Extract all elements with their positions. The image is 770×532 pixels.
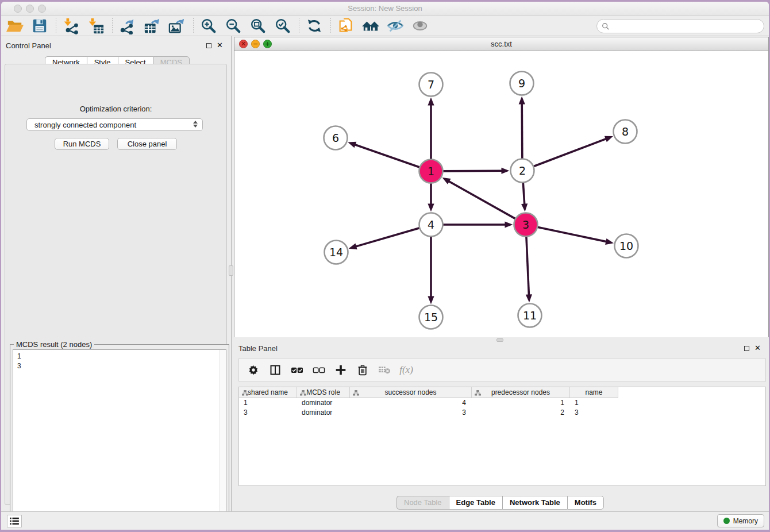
cell-shared-name[interactable]: 3 <box>239 408 297 418</box>
tab-network-table[interactable]: Network Table <box>502 496 567 510</box>
toolbar-separator <box>112 18 113 34</box>
node-table[interactable]: shared name MCDS role successor nodes pr… <box>238 387 766 486</box>
hide-graphics-icon[interactable] <box>385 17 406 35</box>
graph-edge[interactable] <box>533 138 607 167</box>
cell-shared-name[interactable]: 1 <box>239 398 297 408</box>
vertical-splitter-grip[interactable] <box>229 265 233 276</box>
app-window: Session: New Session <box>1 2 769 530</box>
float-table-panel-icon[interactable] <box>744 346 749 351</box>
network-canvas[interactable]: 1234678910111415 <box>234 52 768 337</box>
search-input[interactable] <box>613 22 756 30</box>
table-header-row: shared name MCDS role successor nodes pr… <box>239 387 765 398</box>
network-graph[interactable]: 1234678910111415 <box>234 52 768 337</box>
edge-arrowhead <box>519 96 525 104</box>
column-header-shared-name[interactable]: shared name <box>239 387 297 398</box>
column-label: shared name <box>248 388 288 396</box>
graph-edge[interactable] <box>523 182 525 205</box>
graph-edge[interactable] <box>526 236 529 296</box>
control-panel: Control Panel ✕ Network Style Select MCD… <box>1 36 232 511</box>
zoom-in-icon[interactable] <box>198 17 219 35</box>
zoom-out-icon[interactable] <box>223 17 244 35</box>
table-tabs: Node Table Edge Table Network Table Moti… <box>396 496 604 510</box>
import-table-icon[interactable] <box>86 17 106 35</box>
select-all-icon[interactable] <box>290 363 305 377</box>
search-icon <box>602 22 610 30</box>
export-table-icon[interactable] <box>142 17 163 35</box>
show-columns-icon[interactable] <box>268 363 283 377</box>
duplicate-network-icon[interactable] <box>336 17 356 35</box>
node-label: 7 <box>428 78 434 91</box>
edge-arrowhead <box>428 204 434 212</box>
add-row-icon[interactable] <box>333 363 348 377</box>
node-label: 3 <box>522 218 529 231</box>
optimization-criterion-label: Optimization criterion: <box>5 105 226 113</box>
cell-mcds-role[interactable]: dominator <box>297 398 350 408</box>
cell-predecessor-nodes[interactable]: 1 <box>472 398 570 408</box>
edge-arrowhead <box>505 221 513 228</box>
run-mcds-button[interactable]: Run MCDS <box>55 138 109 150</box>
home-view-icon[interactable] <box>360 17 381 35</box>
tab-edge-table[interactable]: Edge Table <box>449 496 502 510</box>
edge-arrowhead <box>428 98 434 106</box>
criterion-dropdown[interactable]: strongly connected component <box>26 118 203 131</box>
tree-icon <box>475 390 481 398</box>
save-session-icon[interactable] <box>29 17 50 35</box>
node-label: 6 <box>332 132 339 144</box>
cell-name[interactable]: 1 <box>570 398 618 408</box>
graph-edge[interactable] <box>448 180 515 218</box>
apply-function-icon[interactable]: f(x) <box>399 363 414 377</box>
delete-row-icon[interactable] <box>355 363 370 377</box>
column-header-successor-nodes[interactable]: successor nodes <box>350 387 472 398</box>
tree-icon <box>353 390 359 398</box>
tab-motifs[interactable]: Motifs <box>567 496 604 510</box>
tree-icon <box>242 390 248 398</box>
delete-table-icon[interactable] <box>377 363 392 377</box>
memory-button[interactable]: Memory <box>717 514 764 527</box>
edge-arrowhead <box>526 294 532 302</box>
deselect-all-icon[interactable] <box>311 363 326 377</box>
cell-successor-nodes[interactable]: 3 <box>350 408 472 418</box>
cell-name[interactable]: 3 <box>570 408 618 418</box>
graph-edge[interactable] <box>354 144 420 167</box>
edge-arrowhead <box>521 203 528 211</box>
mcds-panel-body: Optimization criterion: strongly connect… <box>5 64 227 505</box>
open-session-icon[interactable] <box>5 17 25 35</box>
table-toolbar: f(x) <box>238 358 766 382</box>
export-image-icon[interactable] <box>167 17 187 35</box>
graph-edge[interactable] <box>355 228 419 247</box>
close-panel-icon[interactable]: ✕ <box>217 41 223 49</box>
graph-edge[interactable] <box>522 102 522 159</box>
task-history-button[interactable] <box>7 515 22 527</box>
column-header-name[interactable]: name <box>570 387 618 398</box>
column-header-predecessor-nodes[interactable]: predecessor nodes <box>472 387 570 398</box>
close-table-panel-icon[interactable]: ✕ <box>754 344 761 352</box>
node-label: 9 <box>518 77 525 90</box>
show-graphics-icon[interactable] <box>410 17 430 35</box>
cell-successor-nodes[interactable]: 4 <box>350 398 472 408</box>
network-window-title: scc.txt <box>234 40 768 48</box>
cell-mcds-role[interactable]: dominator <box>297 408 350 418</box>
graph-edge[interactable] <box>442 171 503 171</box>
search-field[interactable] <box>596 19 764 33</box>
close-panel-button[interactable]: Close panel <box>117 138 177 150</box>
table-row[interactable]: 3 dominator 3 2 3 <box>239 408 765 418</box>
memory-label: Memory <box>733 517 758 525</box>
table-row[interactable]: 1 dominator 4 1 1 <box>239 398 765 408</box>
tree-icon <box>300 390 306 398</box>
graph-edge[interactable] <box>537 227 607 242</box>
edge-arrowhead <box>348 142 356 148</box>
control-panel-header: Control Panel ✕ <box>1 40 231 52</box>
cell-predecessor-nodes[interactable]: 2 <box>472 408 570 418</box>
refresh-view-icon[interactable] <box>304 17 325 35</box>
import-network-icon[interactable] <box>61 17 82 35</box>
float-panel-icon[interactable] <box>206 43 211 48</box>
zoom-fit-icon[interactable] <box>248 17 268 35</box>
network-window-titlebar[interactable]: ✕ − + scc.txt <box>234 37 768 51</box>
tab-node-table[interactable]: Node Table <box>396 496 449 510</box>
mcds-result-list[interactable]: 1 3 <box>13 349 226 530</box>
new-network-icon[interactable] <box>117 17 138 35</box>
column-header-mcds-role[interactable]: MCDS role <box>297 387 350 398</box>
result-scrollbar[interactable] <box>220 350 226 530</box>
zoom-selected-icon[interactable] <box>272 17 293 35</box>
column-settings-icon[interactable] <box>246 363 261 377</box>
